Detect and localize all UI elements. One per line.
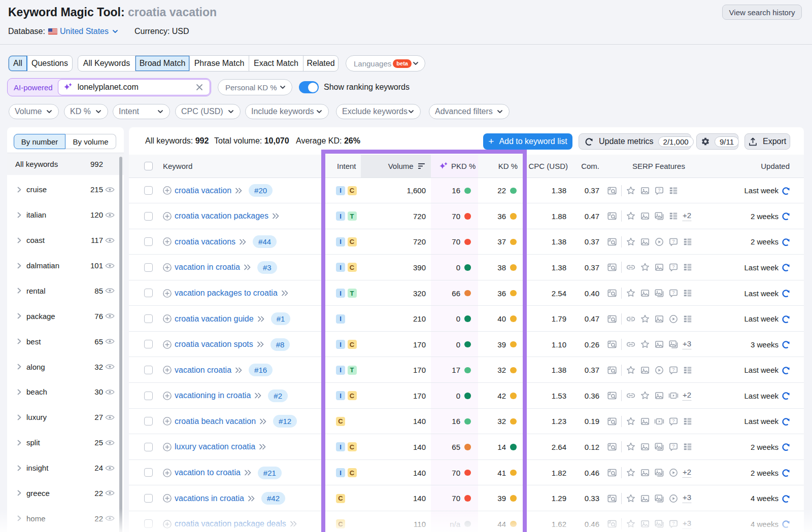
svg-text:?: ? [658,188,660,193]
svg-text:?: ? [672,444,674,449]
svg-text:?: ? [672,418,674,423]
svg-text:?: ? [672,290,674,295]
svg-text:?: ? [672,367,674,372]
svg-text:?: ? [672,264,674,269]
svg-text:?: ? [672,239,674,244]
